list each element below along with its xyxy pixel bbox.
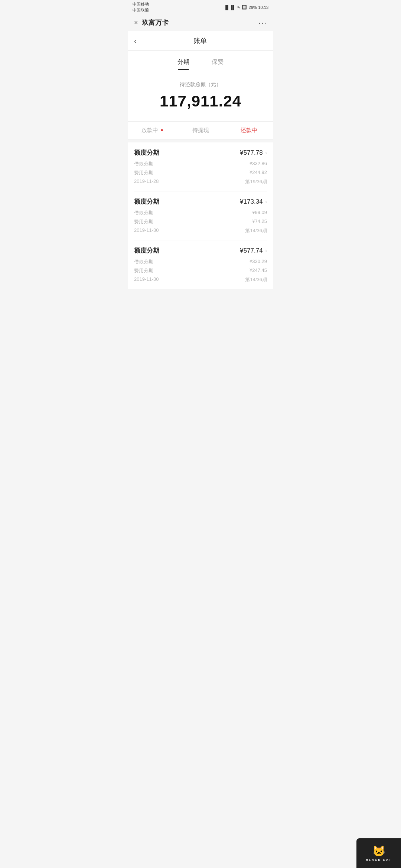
carrier2: 中国联通 [133, 7, 149, 13]
filter-tab-pending[interactable]: 待提现 [176, 122, 225, 139]
carrier1: 中国移动 [133, 1, 149, 7]
chevron-right-2: › [265, 198, 267, 205]
card-title-3: 额度分期 [134, 246, 159, 255]
card-date-row-1: 2019-11-28 第19/36期 [134, 178, 267, 185]
back-button[interactable]: ‹ [134, 37, 137, 45]
card-detail-row-3a: 借款分期 ¥330.29 [134, 259, 267, 265]
card-item-1: 额度分期 ¥577.78 › 借款分期 ¥332.86 费用分期 ¥244.92… [134, 142, 267, 191]
top-bar-left: × 玖富万卡 [134, 18, 169, 27]
card-detail-row-3b: 费用分期 ¥247.45 [134, 267, 267, 274]
filter-tabs: 放款中 待提现 还款中 [128, 121, 273, 139]
card-detail-row-1b: 费用分期 ¥244.92 [134, 170, 267, 176]
card-detail-row-1a: 借款分期 ¥332.86 [134, 161, 267, 167]
card-amount-row-2[interactable]: ¥173.34 › [240, 198, 267, 206]
close-button[interactable]: × [134, 19, 138, 27]
card-date-row-2: 2019-11-30 第14/36期 [134, 227, 267, 234]
lending-dot [161, 129, 163, 131]
filter-tab-lending[interactable]: 放款中 [128, 122, 176, 139]
page-header: ‹ 账单 [128, 31, 273, 51]
card-amount-1: ¥577.78 [240, 149, 263, 157]
chevron-right-3: › [265, 247, 267, 254]
card-amount-2: ¥173.34 [240, 198, 263, 206]
card-title-1: 额度分期 [134, 148, 159, 157]
status-right: ▐▌▐▌ ∿ 🔲 26% 10:13 [224, 5, 268, 10]
card-item-2: 额度分期 ¥173.34 › 借款分期 ¥99.09 费用分期 ¥74.25 2… [134, 191, 267, 240]
card-detail-row-2a: 借款分期 ¥99.09 [134, 210, 267, 216]
card-detail-row-2b: 费用分期 ¥74.25 [134, 218, 267, 225]
card-item-3: 额度分期 ¥577.74 › 借款分期 ¥330.29 费用分期 ¥247.45… [134, 240, 267, 289]
wifi-icon: ∿ [237, 5, 240, 10]
time-display: 10:13 [258, 5, 268, 10]
battery-icon: 🔲 [242, 5, 247, 10]
card-amount-3: ¥577.74 [240, 247, 263, 254]
page-title: 账单 [141, 36, 260, 45]
chevron-right-1: › [265, 149, 267, 156]
signal-icon: ▐▌▐▌ [224, 5, 235, 10]
card-main-row-1: 额度分期 ¥577.78 › [134, 148, 267, 157]
main-tabs: 分期 保费 [128, 51, 273, 70]
tab-installment[interactable]: 分期 [177, 58, 189, 70]
card-title-2: 额度分期 [134, 197, 159, 206]
status-bar: 中国移动 中国联通 ▐▌▐▌ ∿ 🔲 26% 10:13 [128, 0, 273, 14]
card-list: 额度分期 ¥577.78 › 借款分期 ¥332.86 费用分期 ¥244.92… [128, 142, 273, 289]
balance-section: 待还款总额（元） 117,911.24 [128, 70, 273, 121]
card-amount-row-3[interactable]: ¥577.74 › [240, 247, 267, 254]
top-bar: × 玖富万卡 ··· [128, 14, 273, 31]
card-date-row-3: 2019-11-30 第14/36期 [134, 276, 267, 283]
tab-insurance[interactable]: 保费 [212, 58, 224, 70]
card-main-row-2: 额度分期 ¥173.34 › [134, 197, 267, 206]
content-area: 分期 保费 待还款总额（元） 117,911.24 放款中 待提现 还款中 [128, 51, 273, 139]
carrier-info: 中国移动 中国联通 [133, 1, 149, 13]
filter-tab-repaying[interactable]: 还款中 [225, 122, 273, 139]
card-amount-row-1[interactable]: ¥577.78 › [240, 149, 267, 157]
app-title: 玖富万卡 [142, 18, 169, 27]
more-button[interactable]: ··· [258, 19, 267, 27]
battery-level: 26% [248, 5, 257, 10]
card-main-row-3: 额度分期 ¥577.74 › [134, 246, 267, 255]
balance-amount: 117,911.24 [136, 92, 265, 110]
balance-label: 待还款总额（元） [136, 81, 265, 88]
